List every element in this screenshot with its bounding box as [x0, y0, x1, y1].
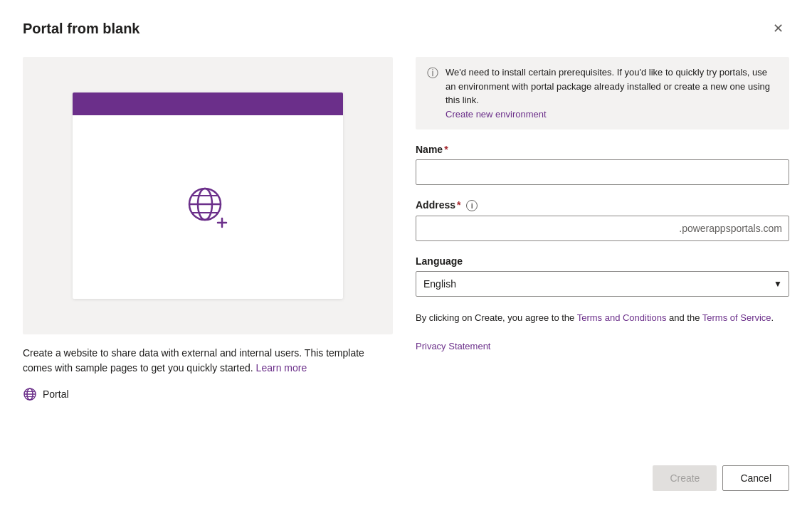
info-banner: ⓘ We'd need to install certain prerequis…: [416, 57, 789, 129]
dialog-header: Portal from blank ✕: [23, 17, 789, 40]
address-info-icon[interactable]: i: [466, 200, 478, 211]
portal-tag-icon: [23, 387, 37, 401]
privacy-statement-link[interactable]: Privacy Statement: [416, 341, 491, 351]
terms-conditions-link[interactable]: Terms and Conditions: [577, 312, 667, 323]
right-panel: ⓘ We'd need to install certain prerequis…: [416, 57, 789, 448]
portal-tag-label: Portal: [43, 388, 69, 400]
dialog-footer: Create Cancel: [23, 448, 789, 491]
cancel-button[interactable]: Cancel: [722, 465, 789, 491]
left-panel: Create a website to share data with exte…: [23, 57, 393, 448]
dialog-title: Portal from blank: [23, 21, 139, 37]
globe-plus-icon: [179, 179, 236, 236]
name-label: Name*: [416, 144, 789, 155]
terms-service-link[interactable]: Terms of Service: [702, 312, 771, 323]
create-new-env-link[interactable]: Create new environment: [445, 109, 547, 120]
portal-tag: Portal: [23, 387, 393, 401]
preview-header-bar: [73, 92, 343, 115]
language-select[interactable]: English French German Spanish: [416, 271, 789, 297]
language-select-wrapper: English French German Spanish ▼: [416, 271, 789, 297]
privacy-statement-wrapper: Privacy Statement: [416, 340, 789, 351]
name-required-star: *: [444, 144, 448, 155]
learn-more-link[interactable]: Learn more: [256, 362, 307, 374]
address-label: Address* i: [416, 199, 789, 211]
terms-text: By clicking on Create, you agree to the …: [416, 311, 789, 326]
description-text: Create a website to share data with exte…: [23, 346, 393, 376]
info-banner-text: We'd need to install certain prerequisit…: [445, 65, 778, 121]
name-input[interactable]: [416, 159, 789, 185]
address-required-star: *: [457, 199, 460, 211]
dialog-container: Portal from blank ✕: [0, 0, 812, 508]
info-icon: ⓘ: [427, 66, 438, 81]
dialog-body: Create a website to share data with exte…: [23, 57, 789, 448]
language-form-group: Language English French German Spanish ▼: [416, 255, 789, 297]
address-input[interactable]: [416, 216, 789, 241]
preview-content: [73, 115, 343, 299]
close-button[interactable]: ✕: [766, 17, 789, 40]
close-icon: ✕: [773, 21, 784, 36]
preview-box: [23, 57, 393, 334]
preview-inner: [73, 92, 343, 299]
language-label: Language: [416, 255, 789, 267]
address-input-wrapper: .powerappsportals.com: [416, 216, 789, 241]
name-form-group: Name*: [416, 144, 789, 185]
address-form-group: Address* i .powerappsportals.com: [416, 199, 789, 241]
create-button[interactable]: Create: [653, 465, 717, 491]
